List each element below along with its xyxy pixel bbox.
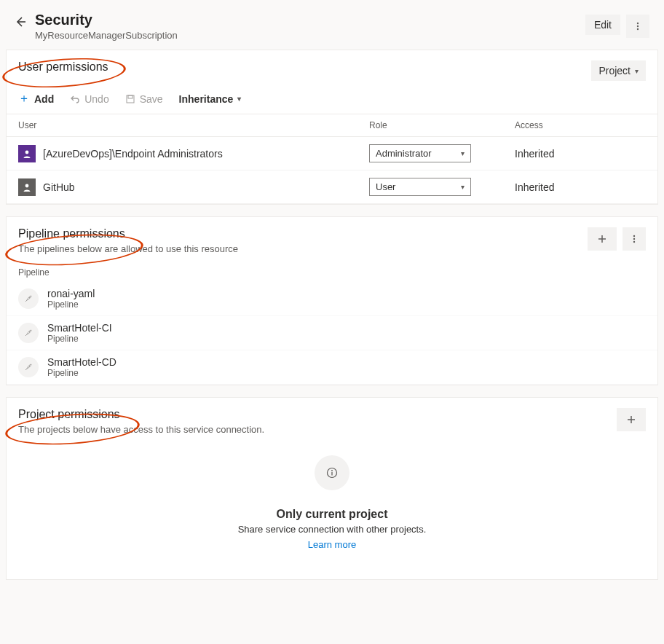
access-value: Inherited xyxy=(515,148,646,160)
pipeline-column-header: Pipeline xyxy=(7,260,657,282)
undo-button: Undo xyxy=(70,93,108,105)
edit-button[interactable]: Edit xyxy=(585,15,620,35)
scope-dropdown[interactable]: Project ▾ xyxy=(591,60,646,81)
user-permissions-panel: User permissions Project ▾ ＋ Add Undo Sa… xyxy=(6,50,658,205)
svg-point-13 xyxy=(29,297,31,299)
user-avatar-icon xyxy=(18,178,36,196)
svg-point-15 xyxy=(29,366,31,367)
pipeline-name: SmartHotel-CI xyxy=(47,322,112,334)
back-arrow-icon[interactable] xyxy=(15,16,26,28)
save-icon xyxy=(125,94,135,104)
add-button[interactable]: ＋ Add xyxy=(18,91,54,106)
role-select[interactable]: User ▾ xyxy=(369,178,471,196)
project-empty-state: Only current project Share service conne… xyxy=(7,441,657,579)
rocket-icon xyxy=(18,288,39,309)
user-permissions-title: User permissions xyxy=(18,60,591,74)
plus-icon xyxy=(626,415,636,425)
table-row: GitHub User ▾ Inherited xyxy=(7,170,657,204)
project-permissions-desc: The projects below have access to this s… xyxy=(18,424,617,435)
empty-title: Only current project xyxy=(7,508,657,521)
svg-point-2 xyxy=(637,25,639,27)
svg-point-14 xyxy=(29,331,31,333)
role-value: User xyxy=(376,181,395,192)
role-select[interactable]: Administrator ▾ xyxy=(369,144,471,162)
rocket-icon xyxy=(18,323,39,343)
chevron-down-icon: ▾ xyxy=(461,149,465,157)
col-access: Access xyxy=(515,120,646,130)
learn-more-link[interactable]: Learn more xyxy=(308,539,356,550)
chevron-down-icon: ▾ xyxy=(635,67,639,75)
access-value: Inherited xyxy=(515,181,646,193)
scope-label: Project xyxy=(598,65,631,76)
pipeline-type: Pipeline xyxy=(47,299,95,310)
page-title: Security xyxy=(35,12,585,28)
svg-point-7 xyxy=(25,184,29,187)
plus-icon xyxy=(597,234,607,244)
inheritance-dropdown[interactable]: Inheritance ▾ xyxy=(179,93,242,105)
add-pipeline-button[interactable] xyxy=(588,227,617,251)
user-table-header: User Role Access xyxy=(7,114,657,137)
project-permissions-title: Project permissions xyxy=(18,408,617,421)
user-avatar-icon xyxy=(18,145,36,162)
svg-point-12 xyxy=(633,241,635,243)
pipeline-type: Pipeline xyxy=(47,368,116,378)
save-button: Save xyxy=(125,93,163,105)
svg-point-11 xyxy=(633,238,635,240)
col-user: User xyxy=(18,120,369,130)
pipeline-permissions-title: Pipeline permissions xyxy=(18,227,588,240)
list-item[interactable]: SmartHotel-CD Pipeline xyxy=(7,350,657,385)
list-item[interactable]: SmartHotel-CI Pipeline xyxy=(7,316,657,350)
pipeline-type: Pipeline xyxy=(47,334,112,344)
svg-point-1 xyxy=(637,23,639,24)
pipeline-more-icon[interactable] xyxy=(622,227,646,251)
role-value: Administrator xyxy=(376,148,432,159)
chevron-down-icon: ▾ xyxy=(237,95,241,103)
pipeline-permissions-desc: The pipelines below are allowed to use t… xyxy=(18,243,588,254)
table-row: [AzureDevOps]\Endpoint Administrators Ad… xyxy=(7,137,657,170)
svg-point-10 xyxy=(633,235,635,237)
project-permissions-panel: Project permissions The projects below h… xyxy=(6,397,658,580)
empty-subtitle: Share service connection with other proj… xyxy=(7,524,657,535)
plus-icon: ＋ xyxy=(18,91,30,106)
list-item[interactable]: ronai-yaml Pipeline xyxy=(7,282,657,316)
pipeline-permissions-panel: Pipeline permissions The pipelines below… xyxy=(6,216,658,385)
pipeline-name: SmartHotel-CD xyxy=(47,356,116,368)
user-name: [AzureDevOps]\Endpoint Administrators xyxy=(43,148,223,160)
col-role: Role xyxy=(369,120,515,130)
svg-point-6 xyxy=(25,150,29,154)
user-permissions-toolbar: ＋ Add Undo Save Inheritance ▾ xyxy=(7,87,657,114)
undo-icon xyxy=(70,94,80,104)
chevron-down-icon: ▾ xyxy=(461,183,465,191)
svg-rect-5 xyxy=(128,95,133,98)
add-project-button[interactable] xyxy=(617,408,646,431)
rocket-icon xyxy=(18,357,39,377)
svg-point-3 xyxy=(637,28,639,30)
pipeline-name: ronai-yaml xyxy=(47,288,95,299)
svg-point-19 xyxy=(331,470,333,471)
page-subtitle: MyResourceManagerSubscription xyxy=(35,30,585,41)
user-name: GitHub xyxy=(43,181,75,193)
info-icon xyxy=(315,455,349,490)
page-header: Security MyResourceManagerSubscription E… xyxy=(0,0,664,50)
header-more-icon[interactable] xyxy=(626,15,649,38)
